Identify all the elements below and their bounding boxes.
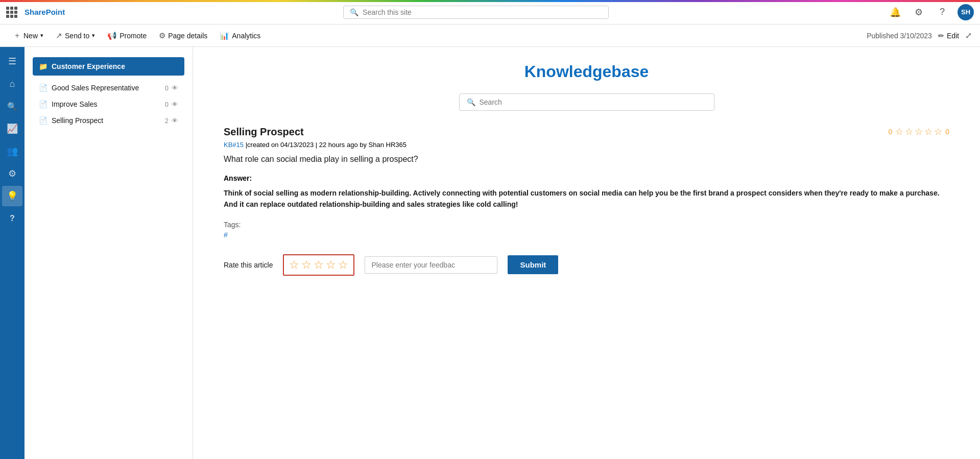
sidebar-item-home[interactable]: ⌂ xyxy=(2,74,22,94)
settings-icon: ⚙ xyxy=(8,168,16,179)
article-question: What role can social media play in selli… xyxy=(224,155,949,164)
analytics-button[interactable]: 📊 Analytics xyxy=(214,28,266,43)
app-name: SharePoint xyxy=(25,8,65,16)
command-bar: ＋ New ▾ ↗ Send to ▾ 📢 Promote ⚙ Page det… xyxy=(0,25,980,47)
feedback-input[interactable] xyxy=(365,256,497,274)
search-input[interactable] xyxy=(363,8,602,16)
star-top-4: ☆ xyxy=(924,126,933,137)
top-search-area: 🔍 xyxy=(65,6,887,19)
expand-icon: ⤢ xyxy=(965,31,972,40)
rate-star-5[interactable]: ☆ xyxy=(338,258,348,272)
analytics-icon: 📊 xyxy=(220,31,229,40)
kb-search-container: 🔍 xyxy=(459,93,714,111)
sidebar-item-menu[interactable]: ☰ xyxy=(2,51,22,71)
sendto-chevron-icon: ▾ xyxy=(92,32,95,39)
pagedetails-button[interactable]: ⚙ Page details xyxy=(154,28,212,43)
kb-item-eye-icon-2: 👁 xyxy=(172,117,178,125)
category-header[interactable]: 📁 Customer Experience xyxy=(33,57,184,76)
promote-icon: 📢 xyxy=(107,31,117,40)
star-top-1: ☆ xyxy=(895,126,903,137)
stars-top-display: ☆ ☆ ☆ ☆ ☆ xyxy=(895,126,942,137)
page-title: Knowledgebase xyxy=(224,62,949,81)
new-button[interactable]: ＋ New ▾ xyxy=(8,28,49,43)
edit-label: Edit xyxy=(947,32,959,40)
sidebar-item-settings[interactable]: ⚙ xyxy=(2,163,22,184)
submit-button[interactable]: Submit xyxy=(508,255,558,274)
sidebar-item-lightbulb[interactable]: 💡 xyxy=(2,186,22,206)
kb-item-meta-1: 0 👁 xyxy=(165,101,178,108)
chart-icon: 📈 xyxy=(7,123,18,134)
kb-search-input[interactable] xyxy=(480,98,707,106)
command-bar-right: Published 3/10/2023 ✏ Edit ⤢ xyxy=(867,31,972,40)
doc-icon-1: 📄 xyxy=(39,100,47,108)
rainbow-bar xyxy=(0,0,980,2)
edit-button[interactable]: ✏ Edit xyxy=(938,32,959,40)
rate-stars-container: ☆ ☆ ☆ ☆ ☆ xyxy=(283,254,354,276)
pagedetails-icon: ⚙ xyxy=(159,31,165,40)
rating-count-right: 0 xyxy=(945,128,949,136)
category-label: Customer Experience xyxy=(52,62,125,70)
chat-icon: 🔔 xyxy=(890,7,901,18)
sendto-button[interactable]: ↗ Send to ▾ xyxy=(51,28,100,43)
kb-item-meta-0: 0 👁 xyxy=(165,84,178,92)
chat-icon-button[interactable]: 🔔 xyxy=(887,4,903,20)
search-icon: 🔍 xyxy=(350,8,358,16)
left-panel: 📁 Customer Experience 📄 Good Sales Repre… xyxy=(25,47,193,459)
tag-link[interactable]: # xyxy=(224,231,228,239)
folder-icon: 📁 xyxy=(39,62,47,70)
sendto-icon: ↗ xyxy=(56,31,62,40)
sidebar-item-search[interactable]: 🔍 xyxy=(2,96,22,116)
rate-star-4[interactable]: ☆ xyxy=(326,258,336,272)
search-box-container: 🔍 xyxy=(343,6,609,19)
new-label: New xyxy=(23,32,38,40)
promote-label: Promote xyxy=(119,32,147,40)
rate-label: Rate this article xyxy=(224,261,273,269)
settings-icon-button[interactable]: ⚙ xyxy=(911,4,927,20)
sendto-label: Send to xyxy=(65,32,89,40)
rate-star-1[interactable]: ☆ xyxy=(289,258,299,272)
kb-item-0[interactable]: 📄 Good Sales Representative 0 👁 xyxy=(33,80,184,96)
kb-item-views-1: 0 xyxy=(165,101,169,108)
main-layout: ☰ ⌂ 🔍 📈 👥 ⚙ 💡 ? 📁 Customer Experie xyxy=(0,47,980,459)
help-icon-button[interactable]: ? xyxy=(934,4,950,20)
promote-button[interactable]: 📢 Promote xyxy=(102,28,152,43)
kb-item-name-1: Improve Sales xyxy=(52,100,161,108)
rate-star-3[interactable]: ☆ xyxy=(314,258,324,272)
app-launcher[interactable]: SharePoint xyxy=(6,7,65,18)
article-meta-text: |created on 04/13/2023 | 22 hours ago by… xyxy=(246,141,407,149)
content-area: 📁 Customer Experience 📄 Good Sales Repre… xyxy=(25,47,980,459)
kb-item-eye-icon-1: 👁 xyxy=(172,101,178,108)
article-header: Selling Prospect 0 ☆ ☆ ☆ ☆ ☆ 0 xyxy=(224,126,949,138)
answer-text: Think of social selling as modern relati… xyxy=(224,187,949,210)
sidebar-item-chart[interactable]: 📈 xyxy=(2,118,22,139)
rating-count-left: 0 xyxy=(888,128,892,136)
kb-item-views-2: 2 xyxy=(165,117,169,125)
kb-item-2[interactable]: 📄 Selling Prospect 2 👁 xyxy=(33,112,184,129)
sidebar-item-people[interactable]: 👥 xyxy=(2,141,22,161)
star-top-5: ☆ xyxy=(934,126,942,137)
star-top-2: ☆ xyxy=(905,126,913,137)
user-avatar[interactable]: SH xyxy=(958,4,974,20)
article: Selling Prospect 0 ☆ ☆ ☆ ☆ ☆ 0 xyxy=(224,126,949,239)
star-top-3: ☆ xyxy=(915,126,923,137)
kb-item-1[interactable]: 📄 Improve Sales 0 👁 xyxy=(33,96,184,112)
tags-label: Tags: xyxy=(224,221,949,229)
kb-item-name-2: Selling Prospect xyxy=(52,116,161,125)
apps-grid-icon xyxy=(6,7,17,18)
article-meta: KB#15 |created on 04/13/2023 | 22 hours … xyxy=(224,141,949,149)
search-nav-icon: 🔍 xyxy=(7,102,17,111)
analytics-label: Analytics xyxy=(232,32,260,40)
hamburger-menu-icon: ☰ xyxy=(8,56,16,67)
doc-icon-2: 📄 xyxy=(39,116,47,125)
home-icon: ⌂ xyxy=(10,79,15,89)
plus-icon: ＋ xyxy=(13,31,21,40)
kb-search-icon: 🔍 xyxy=(467,98,475,106)
kb-id-link[interactable]: KB#15 xyxy=(224,141,244,149)
sidebar-item-help[interactable]: ? xyxy=(2,208,22,229)
rate-star-2[interactable]: ☆ xyxy=(301,258,312,272)
new-chevron-icon: ▾ xyxy=(40,32,43,39)
lightbulb-icon: 💡 xyxy=(7,190,18,202)
kb-item-meta-2: 2 👁 xyxy=(165,117,178,125)
expand-button[interactable]: ⤢ xyxy=(965,31,972,40)
rating-top: 0 ☆ ☆ ☆ ☆ ☆ 0 xyxy=(888,126,949,137)
